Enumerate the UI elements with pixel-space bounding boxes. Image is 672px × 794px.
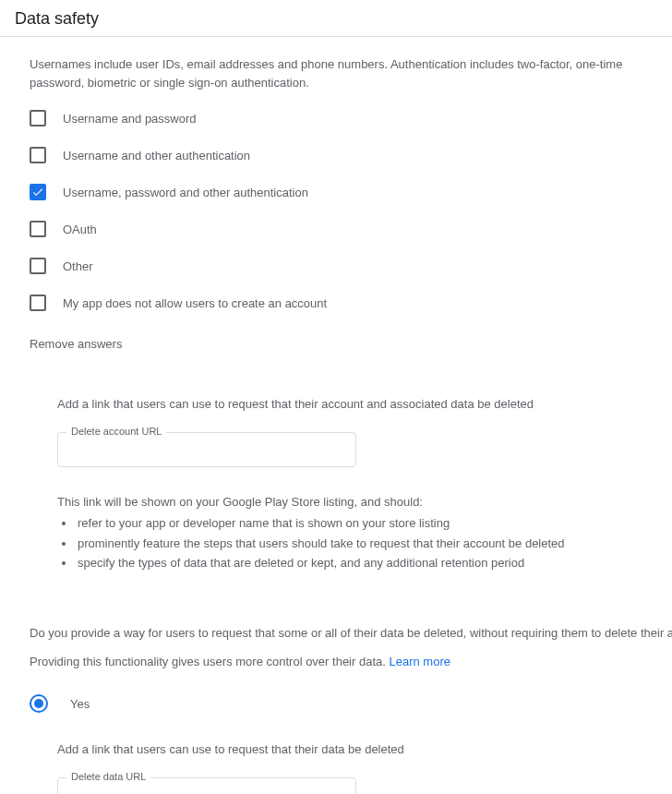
delete-data-heading: Add a link that users can use to request… xyxy=(57,740,642,759)
checkbox-label-5: My app does not allow users to create an… xyxy=(63,296,327,310)
checkbox-label-1: Username and other authentication xyxy=(63,149,250,162)
delete-data-section: Add a link that users can use to request… xyxy=(30,740,642,794)
checkbox-0[interactable] xyxy=(30,110,46,126)
delete-account-url-field: Delete account URL xyxy=(57,432,642,467)
page-header: Data safety xyxy=(0,0,672,37)
page-title: Data safety xyxy=(15,9,657,29)
checkbox-2[interactable] xyxy=(30,184,46,200)
remove-answers-link[interactable]: Remove answers xyxy=(30,337,642,351)
bullet-item: refer to your app or developer name that… xyxy=(76,514,642,533)
checkbox-row-5: My app does not allow users to create an… xyxy=(30,295,642,311)
checkbox-3[interactable] xyxy=(30,221,46,237)
checkbox-label-0: Username and password xyxy=(63,112,197,126)
radio-yes[interactable] xyxy=(30,694,48,713)
radio-yes-label: Yes xyxy=(70,697,90,711)
learn-more-link[interactable]: Learn more xyxy=(389,655,450,668)
delete-account-url-label: Delete account URL xyxy=(66,426,166,437)
checkbox-label-4: Other xyxy=(63,259,93,273)
delete-account-section: Add a link that users can use to request… xyxy=(30,395,642,572)
data-deletion-radio-row: Yes xyxy=(30,694,642,713)
main-content: Usernames include user IDs, email addres… xyxy=(0,37,672,794)
delete-data-url-field: Delete data URL xyxy=(57,777,642,795)
bullet-item: prominently feature the steps that users… xyxy=(76,535,642,553)
checkbox-list: Username and passwordUsername and other … xyxy=(30,110,642,311)
checkbox-row-1: Username and other authentication xyxy=(30,147,642,163)
checkbox-label-3: OAuth xyxy=(63,223,97,236)
intro-description: Usernames include user IDs, email addres… xyxy=(30,55,642,91)
data-deletion-question: Do you provide a way for users to reques… xyxy=(30,624,642,643)
delete-account-bullets: refer to your app or developer name that… xyxy=(57,514,642,572)
checkbox-5[interactable] xyxy=(30,295,46,311)
bullet-item: specify the types of data that are delet… xyxy=(76,554,642,572)
checkbox-label-2: Username, password and other authenticat… xyxy=(63,186,308,199)
checkbox-row-2: Username, password and other authenticat… xyxy=(30,184,642,200)
checkbox-row-3: OAuth xyxy=(30,221,642,237)
delete-account-info: This link will be shown on your Google P… xyxy=(57,493,642,511)
delete-account-heading: Add a link that users can use to request… xyxy=(57,395,642,414)
check-icon xyxy=(31,186,44,198)
checkbox-1[interactable] xyxy=(30,147,46,163)
delete-data-url-label: Delete data URL xyxy=(66,771,150,782)
checkbox-row-4: Other xyxy=(30,258,642,274)
checkbox-row-0: Username and password xyxy=(30,110,642,126)
checkbox-4[interactable] xyxy=(30,258,46,274)
delete-account-url-input[interactable] xyxy=(57,432,356,467)
data-deletion-subtext: Providing this functionality gives users… xyxy=(30,655,642,668)
